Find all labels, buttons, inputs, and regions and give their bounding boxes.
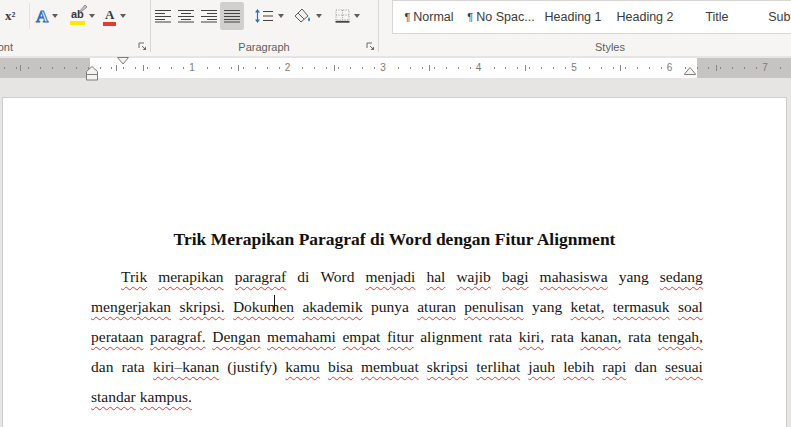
word: tengah,: [658, 328, 703, 346]
shading-button[interactable]: [290, 2, 325, 30]
word: wajib: [456, 268, 490, 286]
style-item-label: Subtitle: [768, 10, 791, 24]
borders-button[interactable]: [332, 2, 363, 30]
font-group-label: Font: [0, 41, 13, 53]
word: skripsi: [427, 358, 468, 376]
left-indent-marker[interactable]: [86, 66, 98, 81]
group-separator: [378, 0, 379, 52]
word: mahasiswa: [540, 268, 608, 286]
font-color-button[interactable]: A: [100, 2, 129, 30]
word: paragraf: [235, 268, 287, 286]
word: di: [297, 268, 309, 286]
document-title[interactable]: Trik Merapikan Paragraf di Word dengan F…: [3, 229, 786, 250]
word: aturan: [417, 298, 456, 316]
word: standar: [91, 388, 136, 406]
ruler-number: 1: [185, 61, 199, 75]
word: skripsi.: [179, 298, 224, 316]
text-highlight-color-button[interactable]: ab: [67, 2, 98, 30]
word: Word: [320, 268, 354, 286]
word: bisa: [328, 358, 353, 376]
divider: [29, 3, 30, 29]
text-effects-button[interactable]: A: [33, 2, 61, 30]
text-line: mengerjakanskripsi.Dokumenakademikpunyaa…: [91, 298, 703, 328]
justify-button[interactable]: [220, 2, 244, 30]
style-item-label: Heading 1: [545, 10, 602, 24]
word: paragraf.: [150, 328, 206, 346]
superscript-button[interactable]: x²: [2, 2, 18, 30]
ruler-number: 6: [663, 61, 677, 75]
chevron-down-icon: [278, 14, 284, 18]
first-line-indent-marker[interactable]: [117, 57, 129, 65]
style-item-normal[interactable]: ¶Normal: [393, 10, 465, 24]
pilcrow-icon: ¶: [404, 11, 410, 23]
group-separator: [150, 0, 151, 52]
word: kampus.: [140, 388, 192, 406]
style-item-heading-1[interactable]: Heading 1: [537, 10, 609, 24]
align-right-icon: [201, 9, 218, 23]
align-center-icon: [178, 9, 195, 23]
word: penulisan: [464, 298, 523, 316]
align-center-button[interactable]: [175, 2, 198, 30]
word-window: x² A ab A Font: [0, 0, 791, 427]
chevron-down-icon: [120, 14, 126, 18]
word: mengerjakan: [91, 298, 171, 316]
document-page[interactable]: Trik Merapikan Paragraf di Word dengan F…: [2, 97, 787, 427]
style-item-heading-2[interactable]: Heading 2: [609, 10, 681, 24]
style-item-subtitle[interactable]: Subtitle: [753, 10, 791, 24]
word: akademik: [302, 298, 362, 316]
paint-bucket-icon: [293, 8, 312, 24]
word: Trik: [121, 268, 147, 286]
highlight-icon: ab: [70, 7, 85, 25]
ruler-number: 5: [567, 61, 581, 75]
paragraph-dialog-launcher-icon[interactable]: [365, 41, 376, 52]
chevron-down-icon: [52, 14, 58, 18]
word: rata: [551, 328, 574, 346]
style-item-label: Title: [705, 10, 728, 24]
word: fitur: [387, 328, 414, 346]
ribbon: x² A ab A Font: [0, 0, 791, 57]
text-effects-icon: A: [36, 8, 48, 25]
word: sesuai: [665, 358, 703, 376]
align-right-button[interactable]: [198, 2, 221, 30]
paragraph-group-label: Paragraph: [238, 41, 289, 53]
word: soal: [678, 298, 703, 316]
word: kanan,: [580, 328, 621, 346]
word: (justify): [227, 358, 277, 376]
style-item-no-spac-[interactable]: ¶No Spac...: [465, 10, 537, 24]
word: terlihat: [476, 358, 520, 376]
ruler[interactable]: 1234567: [0, 56, 791, 97]
font-dialog-launcher-icon[interactable]: [137, 41, 148, 52]
word: punya: [371, 298, 409, 316]
word: hal: [426, 268, 445, 286]
word: rata: [489, 328, 512, 346]
word: memahami: [267, 328, 336, 346]
word: rata: [628, 328, 651, 346]
word: dan: [91, 358, 113, 376]
ruler-number: 4: [472, 61, 486, 75]
word: termasuk: [613, 298, 670, 316]
text-line: TrikmerapikanparagrafdiWordmenjadihalwaj…: [121, 268, 703, 298]
borders-icon: [335, 9, 350, 23]
document-paragraph[interactable]: TrikmerapikanparagrafdiWordmenjadihalwaj…: [91, 268, 703, 418]
line-spacing-icon: [254, 9, 274, 23]
style-item-label: No Spac...: [476, 10, 534, 24]
ruler-number: 7: [758, 61, 772, 75]
line-spacing-button[interactable]: [251, 2, 287, 30]
style-item-title[interactable]: Title: [681, 10, 753, 24]
pen-icon: [78, 3, 88, 13]
word: yang: [532, 298, 562, 316]
word: merapikan: [158, 268, 223, 286]
word: sedang: [660, 268, 703, 286]
chevron-down-icon: [89, 14, 95, 18]
word: rata: [122, 358, 145, 376]
word: membuat: [361, 358, 419, 376]
right-indent-marker[interactable]: [684, 67, 696, 75]
align-left-button[interactable]: [152, 2, 175, 30]
word: Dengan: [212, 328, 260, 346]
style-item-label: Heading 2: [617, 10, 674, 24]
pilcrow-icon: ¶: [467, 11, 473, 23]
text-line: standarkampus.: [91, 388, 703, 418]
style-item-label: Normal: [413, 10, 453, 24]
word: perataan: [91, 328, 144, 346]
chevron-down-icon: [316, 14, 322, 18]
